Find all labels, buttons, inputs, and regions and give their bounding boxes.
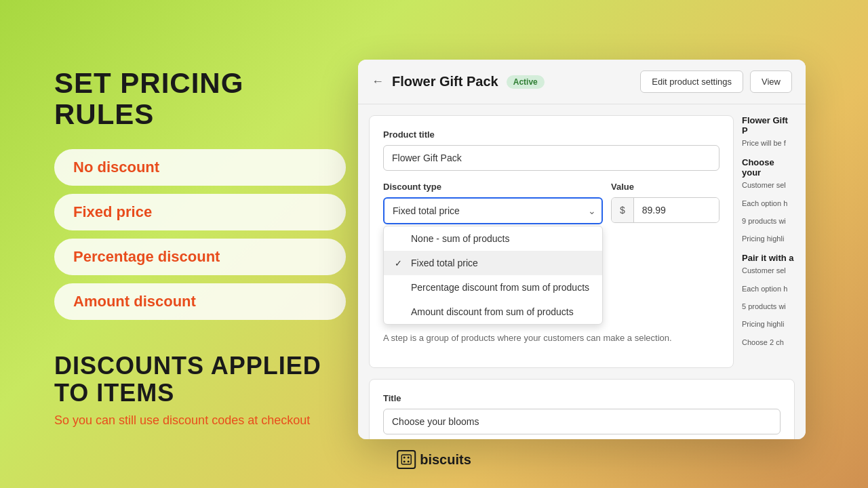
currency-symbol: $: [612, 198, 634, 222]
check-fixed-total: ✓: [395, 258, 406, 268]
edit-product-settings-button[interactable]: Edit product settings: [640, 70, 743, 93]
sidebar-choose-2: Choose 2 ch: [742, 338, 795, 347]
discount-type-label: Discount type: [383, 182, 603, 192]
app-title: Flower Gift Pack: [392, 74, 498, 89]
sidebar-each-option-2: Each option h: [742, 284, 795, 293]
dropdown-label-none: None - sum of products: [411, 233, 510, 244]
value-input-wrapper: $: [611, 197, 719, 223]
svg-point-2: [408, 457, 410, 459]
main-form-card: Product title Discount type None - sum o…: [369, 115, 734, 368]
svg-point-4: [408, 461, 410, 463]
app-content: Product title Discount type None - sum o…: [358, 104, 806, 439]
right-sidebar: Flower Gift P Price will be f Choose you…: [734, 115, 795, 368]
sidebar-pair-section: Pair it with a Customer sel Each option …: [742, 253, 795, 346]
sidebar-customer-sel-1: Customer sel: [742, 180, 795, 190]
value-section: Value $: [611, 182, 719, 223]
sidebar-product-title: Flower Gift P: [742, 115, 795, 136]
sidebar-products-count-1: 9 products wi: [742, 216, 795, 226]
biscuits-logo-icon: [401, 454, 412, 465]
percentage-discount-badge[interactable]: Percentage discount: [54, 239, 346, 275]
sidebar-customer-sel-2: Customer sel: [742, 266, 795, 275]
dropdown-menu: None - sum of products ✓ Fixed total pri…: [383, 226, 603, 325]
value-label: Value: [611, 182, 719, 192]
dropdown-item-percentage[interactable]: Percentage discount from sum of products: [384, 275, 602, 300]
fixed-price-badge[interactable]: Fixed price: [54, 194, 346, 230]
discounts-applied-title: DISCOUNTS APPLIED TO ITEMS: [54, 352, 346, 406]
discounts-subtitle: So you can still use discount codes at c…: [54, 413, 346, 428]
product-title-input[interactable]: [383, 145, 719, 171]
set-pricing-title: SET PRICING RULES: [54, 68, 346, 130]
dropdown-item-fixed-total[interactable]: ✓ Fixed total price: [384, 251, 602, 275]
svg-point-3: [403, 461, 406, 463]
badges-list: No discount Fixed price Percentage disco…: [54, 149, 346, 328]
app-window: ← Flower Gift Pack Active Edit product s…: [358, 60, 806, 439]
header-right: Edit product settings View: [640, 70, 792, 93]
sidebar-products-count-2: 5 products wi: [742, 302, 795, 311]
left-panel: SET PRICING RULES No discount Fixed pric…: [54, 68, 346, 428]
no-discount-badge[interactable]: No discount: [54, 149, 346, 186]
sidebar-pricing-1: Pricing highli: [742, 234, 795, 243]
value-input[interactable]: [634, 198, 719, 222]
biscuits-icon: [397, 450, 416, 469]
discount-type-select[interactable]: None - sum of products Fixed total price…: [383, 197, 603, 224]
view-button[interactable]: View: [750, 70, 792, 93]
sidebar-choose-title: Choose your: [742, 157, 795, 178]
biscuits-logo: biscuits: [397, 450, 471, 469]
discount-type-wrapper: None - sum of products Fixed total price…: [383, 197, 603, 224]
biscuits-text: biscuits: [420, 452, 471, 468]
sidebar-pricing-2: Pricing highli: [742, 319, 795, 329]
status-badge: Active: [507, 75, 545, 89]
dropdown-item-amount[interactable]: Amount discount from sum of products: [384, 300, 602, 324]
discount-type-section: Discount type None - sum of products Fix…: [383, 182, 603, 224]
sidebar-choose-section: Choose your Customer sel Each option h 9…: [742, 157, 795, 243]
svg-rect-0: [401, 455, 411, 464]
form-area: Product title Discount type None - sum o…: [358, 104, 806, 379]
discount-type-row: Discount type None - sum of products Fix…: [383, 182, 719, 224]
dropdown-item-none[interactable]: None - sum of products: [384, 226, 602, 251]
sidebar-price-note: Price will be f: [742, 138, 795, 148]
svg-point-1: [403, 457, 406, 459]
header-left: ← Flower Gift Pack Active: [372, 74, 545, 89]
steps-title-input[interactable]: [383, 409, 781, 434]
bundle-note: A step is a group of products where your…: [383, 333, 719, 343]
product-title-label: Product title: [383, 129, 719, 140]
dropdown-label-fixed-total: Fixed total price: [411, 258, 478, 268]
dropdown-label-amount: Amount discount from sum of products: [411, 306, 574, 317]
sidebar-pair-title: Pair it with a: [742, 253, 795, 263]
steps-title-label: Title: [383, 393, 781, 403]
app-header: ← Flower Gift Pack Active Edit product s…: [358, 60, 806, 104]
sidebar-each-option-1: Each option h: [742, 199, 795, 208]
back-arrow-icon[interactable]: ←: [372, 75, 384, 89]
dropdown-label-percentage: Percentage discount from sum of products: [411, 282, 589, 293]
step-note-text: A step is a group of products where your…: [383, 333, 672, 343]
amount-discount-badge[interactable]: Amount discount: [54, 283, 346, 320]
steps-card: Title Description i Actual bouquet's can…: [369, 379, 795, 439]
sidebar-product-section: Flower Gift P Price will be f: [742, 115, 795, 148]
